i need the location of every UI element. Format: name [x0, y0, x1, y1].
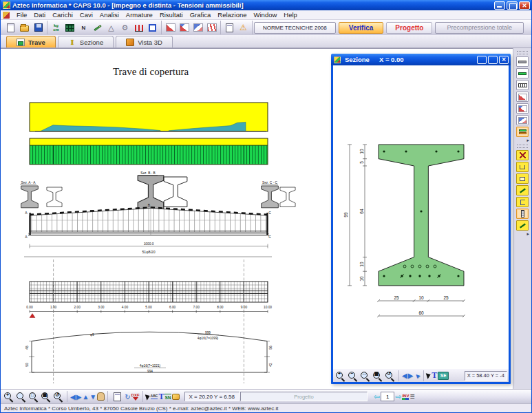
page-number-field[interactable]: 1	[381, 392, 394, 401]
analysis-gear-icon[interactable]: ⚙	[118, 21, 131, 34]
prev-section-icon[interactable]: ◀	[402, 372, 407, 379]
menu-cavi[interactable]: Cavi	[76, 11, 96, 19]
results-chart-icon[interactable]	[132, 21, 145, 34]
snap-icon[interactable]: SN	[164, 394, 171, 400]
stress-diagram-icon-4[interactable]	[205, 21, 218, 34]
open-file-icon[interactable]	[18, 21, 31, 34]
zoom-extents-icon[interactable]: ▦	[40, 391, 52, 402]
impegno-active-icon[interactable]	[516, 127, 529, 137]
pan-right-icon[interactable]: ▶	[76, 393, 82, 401]
pan-left-icon[interactable]: ◀	[70, 393, 76, 401]
menu-armature[interactable]: Armature	[123, 11, 156, 19]
menu-risultati[interactable]: Risultati	[156, 11, 187, 19]
tendon-edit-icon[interactable]	[91, 21, 104, 34]
zoom-out-icon[interactable]	[15, 391, 27, 402]
section-tool-icon[interactable]	[146, 21, 159, 34]
overflow-icon[interactable]: ▸	[526, 138, 529, 142]
section-box-icon[interactable]	[516, 173, 529, 184]
verifica-button[interactable]: Verifica	[339, 22, 384, 34]
geometry-table-icon[interactable]	[63, 21, 76, 34]
stress-diagram-icon-3[interactable]	[191, 21, 204, 34]
section-ruler-active-icon[interactable]	[516, 209, 529, 219]
section-window[interactable]: Sezione X = 0.00 ✕	[331, 54, 511, 384]
text-tool-icon[interactable]: T	[158, 392, 164, 402]
overflow-icon[interactable]: ▸	[526, 232, 529, 236]
status-info: Aztec Informatica * Corso Umberto, 43 * …	[4, 405, 279, 412]
svg-text:10: 10	[359, 262, 364, 267]
zoom-in-icon[interactable]: +	[3, 391, 14, 402]
zoom-out-icon[interactable]: −	[347, 370, 359, 381]
section-window-title: Sezione	[345, 56, 370, 63]
options-menu-icon[interactable]: ≡	[409, 392, 414, 401]
menu-dati[interactable]: Dati	[30, 11, 49, 19]
pan-down-icon[interactable]: ▼	[89, 393, 96, 401]
menu-file[interactable]: File	[13, 11, 30, 19]
tab-sezione[interactable]: I Sezione	[58, 36, 114, 47]
section-none-icon[interactable]	[516, 150, 529, 160]
progetto-button[interactable]: Progetto	[386, 22, 432, 34]
units-icon[interactable]: kgcm	[50, 21, 63, 34]
svg-text:999: 999	[205, 331, 211, 335]
section-view[interactable]: 99 10 5 64 10 10 25 10 25 60	[333, 65, 509, 369]
zoom-window-icon[interactable]: □	[359, 370, 371, 381]
section-outline-icon[interactable]	[516, 162, 529, 172]
pan-hand-icon[interactable]	[97, 392, 105, 401]
pan-up-icon[interactable]: ▲	[82, 393, 89, 401]
slab-gray-icon[interactable]	[516, 56, 529, 67]
save-file-icon[interactable]	[32, 21, 45, 34]
toolbar-grip[interactable]	[517, 145, 528, 148]
zoom-previous-icon[interactable]: ↺	[52, 391, 64, 402]
warning-icon[interactable]: ⚠	[237, 21, 250, 34]
spellcheck-icon[interactable]: ABC	[151, 394, 158, 399]
loads-icon[interactable]: N	[77, 21, 90, 34]
close-button[interactable]: ✕	[519, 1, 530, 10]
print-preview-icon[interactable]	[111, 390, 124, 403]
section-stirrup-icon[interactable]	[516, 197, 529, 207]
zoom-window-icon[interactable]: □	[28, 391, 39, 402]
close-button[interactable]: ✕	[499, 56, 509, 64]
zoom-extents-icon[interactable]: ▦	[372, 370, 383, 381]
page-next-icon[interactable]: ⇨	[395, 392, 401, 401]
invert-colors-icon[interactable]: INV	[402, 394, 409, 400]
restore-button[interactable]	[507, 1, 518, 10]
fit-window-icon[interactable]: ▲	[412, 370, 423, 381]
maximize-button[interactable]	[488, 56, 498, 64]
norme-tecniche-button[interactable]: NORME TECNICHE 2008	[254, 22, 336, 34]
minimize-button[interactable]	[477, 56, 487, 64]
truss-icon[interactable]: △	[105, 21, 118, 34]
bottom-toolbar: + □ ▦ ↺ ◀ ▶ ▲ ▼ ↻ DXF ABC T SN X = 20.20…	[1, 389, 531, 403]
zoom-previous-icon[interactable]: ↺	[384, 370, 396, 381]
page-prev-icon[interactable]: ⇦	[374, 392, 380, 401]
tension-plot-icon-3[interactable]	[516, 115, 529, 125]
report-page-icon[interactable]	[223, 21, 236, 34]
section-draw-icon[interactable]	[516, 185, 529, 195]
slab-green-icon[interactable]	[516, 68, 529, 78]
section-pencil-icon[interactable]	[516, 220, 529, 231]
tension-plot-icon-1[interactable]	[516, 92, 529, 102]
redraw-icon[interactable]: ↻	[125, 393, 130, 401]
new-file-icon[interactable]	[4, 21, 17, 34]
tension-plot-icon-2[interactable]	[516, 103, 529, 114]
menu-grafica[interactable]: Grafica	[187, 11, 215, 19]
tab-vista-3d[interactable]: Vista 3D	[116, 36, 173, 47]
tab-trave[interactable]: Trave	[6, 36, 56, 47]
minimize-button[interactable]	[494, 1, 505, 10]
zoom-in-icon[interactable]: +	[334, 370, 346, 381]
menu-window[interactable]: Window	[251, 11, 281, 19]
menu-help[interactable]: Help	[280, 11, 301, 19]
menu-analisi[interactable]: Analisi	[96, 11, 123, 19]
rebar-schedule-icon[interactable]	[516, 80, 529, 90]
pointer-icon[interactable]	[426, 372, 432, 379]
stress-diagram-icon-1[interactable]	[164, 21, 177, 34]
dxf-export-icon[interactable]: DXF	[131, 393, 140, 401]
section-window-titlebar[interactable]: Sezione X = 0.00 ✕	[331, 54, 511, 65]
section-label-icon[interactable]: SE	[438, 372, 449, 380]
pointer-icon[interactable]	[145, 393, 150, 400]
toolbar-grip[interactable]	[517, 51, 528, 54]
precompressione-button[interactable]: Precompressione totale	[435, 22, 524, 34]
stress-diagram-icon-2[interactable]	[178, 21, 191, 34]
measure-tool-icon[interactable]	[172, 394, 180, 400]
menu-relazione[interactable]: Relazione	[214, 11, 250, 19]
menu-carichi[interactable]: Carichi	[49, 11, 76, 19]
text-tool-icon[interactable]: T	[432, 370, 437, 381]
